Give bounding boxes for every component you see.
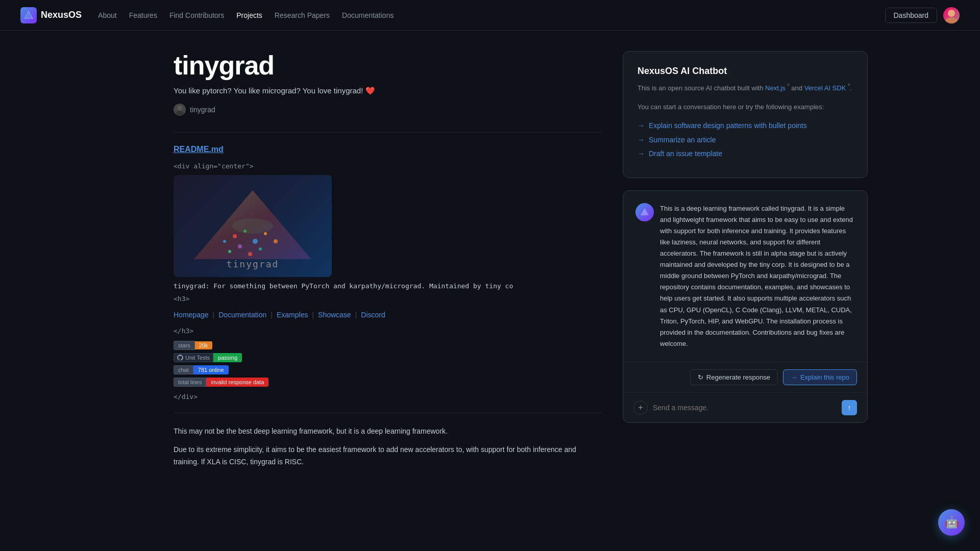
brand-icon — [20, 7, 37, 23]
arrow-icon-3: → — [638, 149, 645, 158]
repo-author: tinygrad — [174, 104, 602, 116]
link-documentation[interactable]: Documentation — [218, 311, 266, 319]
badge-stars-label: stars — [174, 341, 195, 350]
regenerate-icon: ↻ — [698, 373, 703, 381]
chat-message-text: This is a deep learning framework called… — [660, 203, 855, 349]
badge-chat-value: 781 online — [193, 365, 229, 374]
brand-name: NexusOS — [41, 10, 82, 20]
badge-chat: chat 781 online — [174, 365, 602, 374]
regenerate-button[interactable]: ↻ Regenerate response — [690, 369, 778, 385]
badge-total-lines: total lines invalid response data — [174, 378, 602, 387]
example-link-2[interactable]: Summarize an article — [649, 135, 716, 145]
svg-point-11 — [238, 244, 242, 248]
nav-about[interactable]: About — [98, 11, 117, 19]
badge-unit-tests-value: passing — [213, 353, 242, 362]
explain-icon: → — [791, 373, 797, 381]
explain-repo-button[interactable]: → Explain this repo — [783, 369, 857, 385]
svg-point-15 — [274, 239, 278, 243]
regenerate-label: Regenerate response — [706, 373, 770, 381]
send-icon: ↑ — [848, 404, 851, 412]
vercel-link[interactable]: Vercel AI SDK — [804, 84, 846, 92]
svg-point-13 — [248, 252, 252, 256]
badges: stars 20k Unit Tests passing chat 781 on… — [174, 341, 602, 387]
tinygrad-image: tinygrad — [174, 175, 332, 277]
arrow-icon-1: → — [638, 121, 645, 130]
svg-point-10 — [264, 232, 267, 235]
chat-avatar — [635, 203, 654, 221]
floating-chat-icon: 🤖 — [945, 516, 959, 529]
chat-input[interactable] — [653, 404, 837, 412]
svg-point-3 — [945, 17, 958, 23]
readme-link[interactable]: README.md — [174, 145, 224, 154]
link-homepage[interactable]: Homepage — [174, 311, 209, 319]
badge-total-lines-value: invalid response data — [206, 378, 268, 387]
badge-chat-label: chat — [174, 365, 193, 374]
badge-stars: stars 20k — [174, 341, 602, 350]
svg-point-16 — [223, 240, 226, 243]
badge-total-lines-label: total lines — [174, 378, 206, 387]
chatbot-card: NexusOS AI Chatbot This is an open sourc… — [623, 51, 868, 178]
svg-point-17 — [232, 218, 273, 234]
right-panel: NexusOS AI Chatbot This is an open sourc… — [623, 51, 868, 474]
nextjs-link[interactable]: Next.js — [765, 84, 786, 92]
chatbot-title: NexusOS AI Chatbot — [638, 66, 853, 77]
chat-response-card: This is a deep learning framework called… — [623, 190, 868, 423]
repo-title: tinygrad — [174, 51, 602, 80]
repo-author-name: tinygrad — [190, 106, 215, 114]
svg-point-9 — [253, 239, 258, 244]
badge-unit-tests: Unit Tests passing — [174, 353, 602, 362]
avatar[interactable] — [943, 7, 960, 23]
chat-input-area: + ↑ — [623, 393, 867, 422]
svg-marker-18 — [641, 208, 649, 215]
link-showcase[interactable]: Showcase — [318, 311, 351, 319]
section-divider-2 — [174, 413, 602, 413]
example-item-3: → Draft an issue template — [638, 149, 853, 159]
chatbot-examples: → Explain software design patterns with … — [638, 121, 853, 159]
svg-point-7 — [233, 234, 237, 238]
example-item-2: → Summarize an article — [638, 135, 853, 145]
chatbot-description: This is an open source AI chatbot built … — [638, 82, 853, 94]
svg-point-14 — [228, 250, 231, 253]
readme-heading: README.md — [174, 145, 602, 154]
svg-point-1 — [27, 14, 30, 17]
nav-research-papers[interactable]: Research Papers — [275, 11, 330, 19]
chat-send-button[interactable]: ↑ — [842, 400, 857, 415]
body-text-1: This may not be the best deep learning f… — [174, 425, 602, 438]
repo-author-avatar — [174, 104, 186, 116]
link-examples[interactable]: Examples — [277, 311, 308, 319]
link-discord[interactable]: Discord — [361, 311, 385, 319]
nav-projects[interactable]: Projects — [236, 11, 262, 19]
example-link-3[interactable]: Draft an issue template — [649, 149, 722, 159]
navbar-right: Dashboard — [885, 7, 960, 23]
readme-div-open: <div align="center"> — [174, 162, 602, 170]
readme-description: tinygrad: For something between PyTorch … — [174, 282, 602, 290]
main-layout: tinygrad You like pytorch? You like micr… — [0, 31, 980, 495]
nav-links: About Features Find Contributors Project… — [98, 11, 394, 19]
section-divider — [174, 132, 602, 133]
arrow-icon-2: → — [638, 136, 645, 144]
tinygrad-label: tinygrad — [227, 259, 279, 269]
svg-point-5 — [177, 106, 182, 111]
chat-message: This is a deep learning framework called… — [623, 191, 867, 362]
example-item-1: → Explain software design patterns with … — [638, 121, 853, 131]
repo-subtitle: You like pytorch? You like micrograd? Yo… — [174, 86, 602, 95]
chat-actions: ↻ Regenerate response → Explain this rep… — [623, 362, 867, 393]
brand[interactable]: NexusOS — [20, 7, 82, 23]
nav-documentations[interactable]: Documentations — [342, 11, 394, 19]
badge-unit-tests-label-icon: Unit Tests — [174, 353, 213, 362]
badge-stars-value: 20k — [195, 341, 212, 349]
dashboard-button[interactable]: Dashboard — [885, 8, 938, 23]
readme-div-close: </div> — [174, 393, 602, 400]
readme-h3-close: </h3> — [174, 327, 602, 335]
tinygrad-image-inner: tinygrad — [174, 175, 332, 277]
floating-chat-button[interactable]: 🤖 — [938, 509, 965, 536]
nav-find-contributors[interactable]: Find Contributors — [169, 11, 224, 19]
left-content: tinygrad You like pytorch? You like micr… — [174, 51, 602, 474]
svg-point-4 — [175, 111, 185, 116]
readme-links: Homepage | Documentation | Examples | Sh… — [174, 311, 602, 319]
svg-point-2 — [948, 10, 955, 17]
svg-point-12 — [259, 247, 262, 251]
nav-features[interactable]: Features — [129, 11, 157, 19]
example-link-1[interactable]: Explain software design patterns with bu… — [649, 121, 807, 131]
chat-plus-button[interactable]: + — [633, 400, 648, 415]
